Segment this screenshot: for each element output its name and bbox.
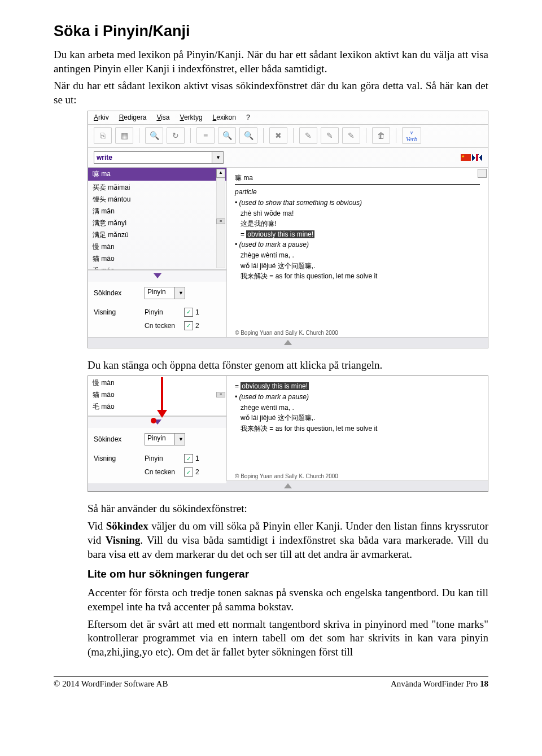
menu-redigera[interactable]: Redigera bbox=[119, 113, 147, 121]
menubar: Arkiv Redigera Visa Verktyg Lexikon ? bbox=[88, 111, 488, 125]
search-icon[interactable]: 🔍 bbox=[218, 127, 236, 144]
para-4a: Så här använder du sökindexfönstret: bbox=[88, 502, 488, 516]
reload-icon[interactable]: ↻ bbox=[167, 127, 185, 144]
entry-copyright: © Boping Yuan and Sally K. Church 2000 bbox=[235, 473, 338, 479]
menu-visa[interactable]: Visa bbox=[156, 113, 169, 121]
search2-icon[interactable]: 🔍 bbox=[239, 127, 257, 144]
search-dropdown-button[interactable]: ▼ bbox=[212, 151, 224, 164]
page-heading: Söka i Pinyin/Kanji bbox=[54, 23, 488, 40]
checkbox-pinyin[interactable]: ✓ bbox=[184, 454, 193, 463]
menu-lexikon[interactable]: Lexikon bbox=[213, 113, 236, 121]
menu-arkiv[interactable]: Arkiv bbox=[94, 113, 109, 121]
settings-panel: Sökindex Pinyin▼ Visning Pinyin ✓1 Cn te… bbox=[88, 282, 226, 337]
footer-right: Använda WordFinder Pro 18 bbox=[391, 679, 488, 689]
entry-example-pinyin2: wǒ lái jiějué 这个问题嘛,. bbox=[235, 414, 480, 423]
cancel-icon[interactable]: ✖ bbox=[269, 127, 287, 144]
list-item[interactable]: 猫 māo bbox=[88, 253, 226, 265]
flag-gb-icon[interactable] bbox=[472, 154, 482, 161]
menu-help[interactable]: ? bbox=[246, 113, 250, 121]
zoom-in-icon[interactable]: 🔍 bbox=[145, 127, 163, 144]
entry-example-pinyin: zhè shì wǒde ma! bbox=[235, 209, 480, 219]
order-2: 2 bbox=[195, 322, 199, 330]
collapse-panel-button[interactable] bbox=[88, 270, 226, 282]
wordlist: ▲ ≡ 嘛 ma 买卖 mǎimai 馒头 mántou 满 mǎn 满意 mǎ… bbox=[88, 168, 226, 270]
entry-example-line: 我来解决 = as for this question, let me solv… bbox=[235, 425, 480, 434]
annotation-dot-icon bbox=[151, 418, 156, 423]
label-pinyin: Pinyin bbox=[145, 455, 184, 462]
list-item[interactable]: 满意 mǎnyì bbox=[88, 217, 226, 229]
para-4b: Vid Sökindex väljer du om vill söka på P… bbox=[88, 519, 488, 561]
list-item[interactable]: 满足 mǎnzú bbox=[88, 229, 226, 241]
wordlist-header: 嘛 ma bbox=[88, 168, 226, 181]
list-item[interactable]: 毛 máo bbox=[88, 401, 226, 413]
pen1-icon[interactable]: ✎ bbox=[299, 127, 317, 144]
pen2-icon[interactable]: ✎ bbox=[321, 127, 339, 144]
checkbox-pinyin[interactable]: ✓ bbox=[184, 308, 193, 317]
list-item[interactable]: 毛 máo bbox=[88, 265, 226, 270]
entry-example-translation: = obviously this is mine! bbox=[235, 230, 480, 239]
order-1: 1 bbox=[195, 308, 199, 316]
para-6: Eftersom det är svårt att med ett normal… bbox=[88, 618, 488, 659]
scroll-thumb-icon[interactable]: ≡ bbox=[216, 392, 225, 397]
trash-icon[interactable]: 🗑 bbox=[372, 127, 390, 144]
search-row: ▼ bbox=[88, 148, 488, 168]
checkbox-cntecken[interactable]: ✓ bbox=[184, 467, 193, 477]
scroll-thumb-icon[interactable]: ≡ bbox=[216, 219, 225, 224]
toolbar: ⎘ ▦ 🔍 ↻ ≡ 🔍 🔍 ✖ ✎ ✎ ✎ 🗑 vVerb bbox=[88, 125, 488, 148]
triangle-up-icon bbox=[284, 340, 292, 345]
triangle-up-icon bbox=[284, 483, 292, 488]
para-3: Du kan stänga och öppna detta fönster ge… bbox=[88, 359, 488, 373]
page-footer: © 2014 WordFinder Software AB Använda Wo… bbox=[54, 676, 488, 694]
list-item[interactable]: 满 mǎn bbox=[88, 206, 226, 217]
entry-sense: (used to mark a pause) bbox=[235, 241, 480, 250]
list-item[interactable]: 猫 māo bbox=[88, 389, 226, 401]
para-5: Accenter för första och tredje tonen sak… bbox=[88, 586, 488, 614]
para-1: Du kan arbeta med lexikon på Pinyin/Kanj… bbox=[54, 48, 488, 76]
entry-example-cn: 这是我的嘛! bbox=[235, 220, 480, 229]
label-cntecken: Cn tecken bbox=[145, 468, 184, 476]
pen3-icon[interactable]: ✎ bbox=[342, 127, 360, 144]
entry-panel: 嘛 ma particle (used to show that somethi… bbox=[227, 168, 488, 337]
menu-verktyg[interactable]: Verktyg bbox=[180, 113, 203, 121]
scroll-up-icon[interactable]: ▲ bbox=[216, 169, 225, 178]
entry-example-line: 我来解决 = as for this question, let me solv… bbox=[235, 272, 480, 281]
label-visning: Visning bbox=[94, 308, 145, 316]
list-item[interactable]: 慢 màn bbox=[88, 377, 226, 389]
entry-copyright: © Boping Yuan and Sally K. Church 2000 bbox=[235, 330, 338, 336]
label-sokindex: Sökindex bbox=[94, 289, 145, 297]
triangle-down-icon bbox=[154, 273, 161, 278]
flag-cn-icon[interactable] bbox=[461, 154, 471, 161]
settings-panel: Sökindex Pinyin▼ Visning Pinyin ✓1 Cn te… bbox=[88, 428, 226, 483]
scroll-up-icon[interactable] bbox=[478, 169, 487, 178]
entry-example-pinyin2: wǒ lái jiějué 这个问题嘛,. bbox=[235, 262, 480, 271]
label-cntecken: Cn tecken bbox=[145, 322, 184, 330]
footer-left: © 2014 WordFinder Software AB bbox=[54, 679, 168, 689]
sokindex-select[interactable]: Pinyin▼ bbox=[145, 433, 185, 445]
checkbox-cntecken[interactable]: ✓ bbox=[184, 321, 193, 330]
list-item[interactable]: 慢 màn bbox=[88, 241, 226, 253]
expand-tab[interactable] bbox=[88, 337, 488, 348]
sokindex-select[interactable]: Pinyin▼ bbox=[145, 287, 185, 299]
entry-pos: particle bbox=[235, 188, 480, 197]
entry-headword: 嘛 ma bbox=[235, 174, 480, 185]
entry-example-pinyin: zhège wèntí ma, . bbox=[235, 404, 480, 413]
collapse-panel-button[interactable] bbox=[88, 416, 226, 428]
app-window-2: ≡ 慢 màn 猫 māo 毛 máo Söki bbox=[88, 375, 488, 492]
entry-sense: (used to show that something is obvious) bbox=[235, 199, 480, 208]
list-icon[interactable]: ≡ bbox=[196, 127, 215, 144]
entry-example-pinyin: zhège wèntí ma, . bbox=[235, 251, 480, 260]
label-sokindex: Sökindex bbox=[94, 435, 145, 443]
label-visning: Visning bbox=[94, 455, 145, 462]
paste-icon[interactable]: ▦ bbox=[115, 127, 133, 144]
search-input[interactable] bbox=[94, 151, 212, 164]
para-2: När du har ett sådant lexikon aktivt vis… bbox=[54, 79, 488, 107]
wordlist: ≡ 慢 màn 猫 māo 毛 máo bbox=[88, 376, 226, 416]
subheading: Lite om hur sökningen fungerar bbox=[88, 568, 488, 580]
entry-panel: = obviously this is mine! (used to mark … bbox=[227, 376, 488, 480]
verb-icon[interactable]: vVerb bbox=[402, 127, 421, 144]
copy-icon[interactable]: ⎘ bbox=[94, 127, 112, 144]
entry-example-translation: = obviously this is mine! bbox=[235, 382, 480, 391]
app-window: Arkiv Redigera Visa Verktyg Lexikon ? ⎘ … bbox=[88, 111, 488, 348]
list-item[interactable]: 馒头 mántou bbox=[88, 194, 226, 206]
list-item[interactable]: 买卖 mǎimai bbox=[88, 182, 226, 194]
